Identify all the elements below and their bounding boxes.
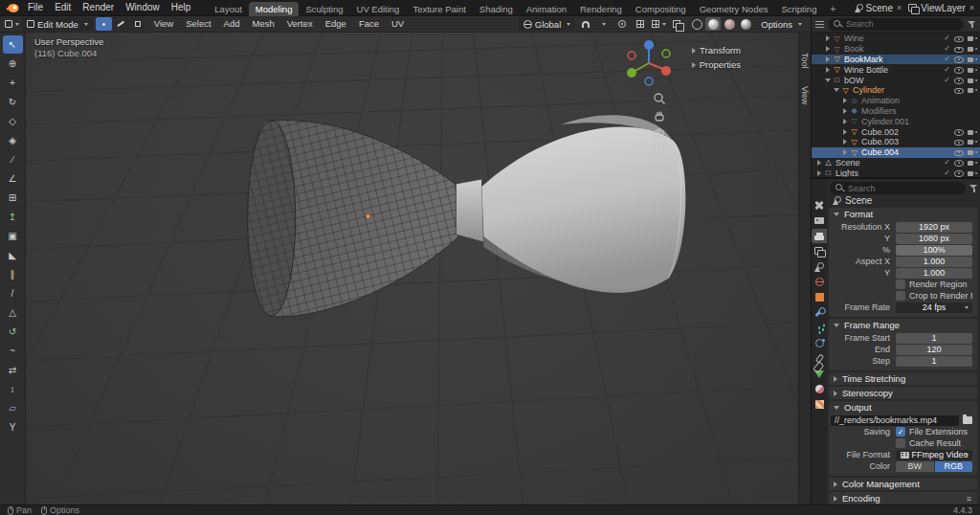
hide-eye-icon[interactable] bbox=[954, 158, 964, 167]
tab-texture-paint[interactable]: Texture Paint bbox=[406, 2, 472, 16]
render-visibility-icon[interactable] bbox=[968, 34, 977, 42]
show-overlays-toggle[interactable] bbox=[651, 17, 666, 31]
render-region-checkbox[interactable] bbox=[896, 280, 905, 289]
add-workspace-button[interactable]: + bbox=[823, 2, 836, 16]
expand-arrow-icon[interactable] bbox=[823, 67, 832, 73]
wireframe-shading-button[interactable] bbox=[689, 17, 704, 31]
xray-toggle[interactable] bbox=[669, 17, 684, 31]
face-select-button[interactable] bbox=[130, 17, 146, 31]
collapse-arrow-icon[interactable] bbox=[823, 78, 832, 82]
properties-panel-header[interactable]: Properties bbox=[692, 59, 741, 70]
aspect-x-field[interactable]: 1.000 bbox=[896, 257, 972, 267]
tool-annotate[interactable]: ∕ bbox=[3, 150, 23, 168]
blender-logo-icon[interactable] bbox=[5, 2, 20, 13]
outliner-row-wine-bottle[interactable]: ▽ Wine Bottle ✓ bbox=[812, 64, 980, 75]
panel-color-management-header[interactable]: Color Management bbox=[829, 478, 977, 490]
remove-viewlayer-icon[interactable] bbox=[969, 3, 975, 12]
frame-end-field[interactable]: 120 bbox=[896, 345, 972, 355]
camera-view-icon[interactable] bbox=[653, 126, 666, 140]
outliner-row-scene[interactable]: △ Scene ✓ bbox=[812, 158, 980, 168]
tab-geometry-nodes[interactable]: Geometry Nodes bbox=[693, 2, 775, 16]
expand-arrow-icon[interactable] bbox=[840, 129, 849, 135]
zoom-icon[interactable] bbox=[653, 92, 666, 105]
tool-edge-slide[interactable]: ⇄ bbox=[3, 361, 23, 379]
expand-arrow-icon[interactable] bbox=[814, 170, 823, 176]
tool-extrude-region[interactable]: ↥ bbox=[3, 208, 23, 226]
hide-eye-icon[interactable] bbox=[954, 34, 964, 43]
edge-select-button[interactable] bbox=[113, 17, 129, 31]
outliner-row-cube-002[interactable]: ▽ Cube.002 bbox=[812, 126, 980, 137]
menu-face[interactable]: Face bbox=[354, 16, 384, 32]
panel-encoding-header[interactable]: Encoding ≡ bbox=[829, 492, 977, 504]
panel-output-header[interactable]: Output bbox=[829, 401, 977, 414]
tool-spin[interactable]: ↺ bbox=[3, 323, 23, 341]
tool-smooth[interactable]: ~ bbox=[3, 342, 23, 360]
hide-eye-icon[interactable] bbox=[954, 148, 964, 157]
navigation-gizmo[interactable] bbox=[622, 36, 676, 92]
scene-selector[interactable]: Scene bbox=[855, 3, 903, 13]
tab-scripting[interactable]: Scripting bbox=[774, 2, 823, 16]
outliner-row-cylinder[interactable]: ▽ Cylinder bbox=[812, 85, 980, 96]
collapse-arrow-icon[interactable] bbox=[832, 88, 840, 92]
transform-panel-header[interactable]: Transform bbox=[692, 45, 741, 56]
hide-eye-icon[interactable] bbox=[954, 127, 964, 136]
render-visibility-icon[interactable] bbox=[968, 45, 977, 53]
render-visibility-icon[interactable] bbox=[968, 148, 977, 156]
show-gizmo-toggle[interactable] bbox=[633, 17, 648, 31]
sidebar-tab-view[interactable]: View bbox=[799, 79, 811, 111]
tab-particle-properties[interactable] bbox=[812, 321, 827, 335]
outliner-row-cube-003[interactable]: ▽ Cube.003 bbox=[812, 137, 980, 147]
tab-viewlayer-properties[interactable] bbox=[812, 244, 827, 258]
render-visibility-icon[interactable] bbox=[968, 66, 977, 74]
frame-step-field[interactable]: 1 bbox=[896, 356, 972, 367]
outliner-search-input[interactable] bbox=[846, 19, 958, 29]
menu-mesh[interactable]: Mesh bbox=[248, 16, 279, 32]
panel-format-header[interactable]: Format bbox=[829, 208, 977, 220]
tool-rotate[interactable]: ↻ bbox=[3, 93, 23, 111]
frame-rate-dropdown[interactable]: 24 fps bbox=[896, 302, 972, 313]
vertex-select-button[interactable] bbox=[96, 17, 112, 31]
menu-help[interactable]: Help bbox=[166, 0, 197, 15]
resolution-y-field[interactable]: 1080 px bbox=[896, 234, 972, 244]
tool-loop-cut[interactable]: ∥ bbox=[3, 265, 23, 283]
preset-menu-icon[interactable]: ≡ bbox=[967, 494, 972, 504]
selectable-checkbox[interactable]: ✓ bbox=[944, 169, 950, 177]
transform-orientation-dropdown[interactable]: Global bbox=[519, 17, 575, 31]
color-bw-button[interactable]: BW bbox=[896, 461, 934, 472]
tool-rip-region[interactable]: Y bbox=[3, 418, 23, 437]
outliner-row-cube-004[interactable]: ▽ Cube.004 bbox=[812, 147, 980, 158]
panel-time-stretching-header[interactable]: Time Stretching bbox=[829, 372, 977, 385]
render-visibility-icon[interactable] bbox=[968, 169, 977, 177]
filter-icon[interactable] bbox=[969, 184, 976, 192]
tab-texture-properties[interactable] bbox=[812, 397, 827, 412]
expand-arrow-icon[interactable] bbox=[823, 46, 832, 52]
outliner-row-bookmark[interactable]: ▽ BookMark ✓ bbox=[812, 55, 980, 65]
tab-animation[interactable]: Animation bbox=[520, 2, 573, 16]
tool-knife[interactable]: / bbox=[3, 284, 23, 302]
solid-shading-button[interactable] bbox=[705, 17, 721, 31]
tab-shading[interactable]: Shading bbox=[473, 2, 520, 16]
mode-dropdown[interactable]: Edit Mode bbox=[22, 17, 93, 31]
unlink-scene-icon[interactable] bbox=[896, 3, 902, 12]
tab-output-properties[interactable] bbox=[812, 229, 827, 243]
filter-icon[interactable] bbox=[968, 20, 976, 29]
selectable-checkbox[interactable]: ✓ bbox=[944, 56, 950, 63]
tool-add-cube[interactable]: ⊞ bbox=[3, 189, 23, 207]
outliner-row-book[interactable]: ▽ Book ✓ bbox=[812, 44, 980, 55]
render-visibility-icon[interactable] bbox=[968, 128, 977, 136]
expand-arrow-icon[interactable] bbox=[840, 149, 849, 155]
outliner-row-cylinder-001[interactable]: ▽ Cylinder.001 bbox=[812, 116, 980, 126]
tab-modeling[interactable]: Modeling bbox=[249, 2, 300, 16]
sidebar-tab-tool[interactable]: Tool bbox=[799, 46, 811, 76]
tool-bevel[interactable]: ◣ bbox=[3, 246, 23, 264]
menu-window[interactable]: Window bbox=[120, 0, 166, 15]
selectable-checkbox[interactable]: ✓ bbox=[944, 34, 950, 42]
tab-material-properties[interactable] bbox=[812, 382, 827, 396]
hide-eye-icon[interactable] bbox=[954, 45, 964, 54]
tab-constraint-properties[interactable] bbox=[812, 351, 827, 366]
tab-tool-properties[interactable] bbox=[812, 198, 827, 213]
color-rgb-button[interactable]: RGB bbox=[935, 461, 973, 472]
viewlayer-selector[interactable]: ViewLayer bbox=[908, 3, 975, 13]
snap-magnet-toggle[interactable] bbox=[578, 17, 593, 31]
frame-start-field[interactable]: 1 bbox=[896, 333, 972, 344]
